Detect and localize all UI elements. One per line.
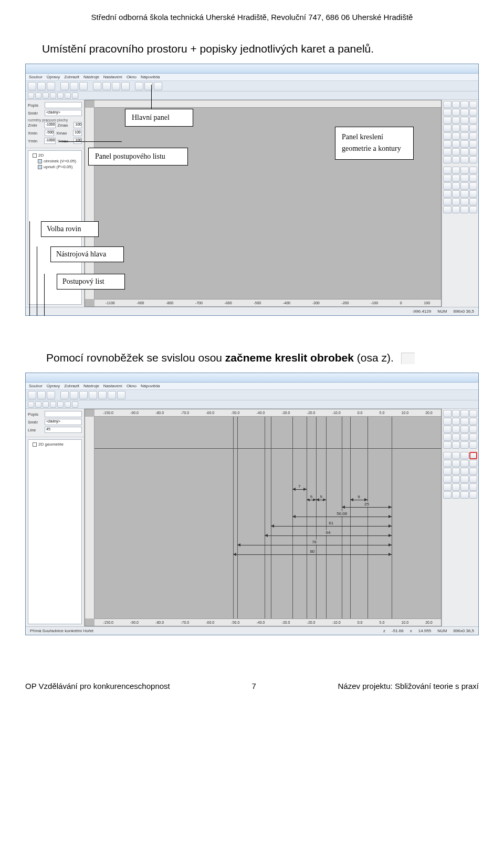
tree-panel[interactable]: 2D geometrie — [28, 439, 82, 624]
toolbar-button[interactable] — [50, 92, 56, 99]
toolbar-button[interactable] — [47, 82, 55, 90]
palette-button[interactable] — [452, 460, 460, 467]
toolbar-button[interactable] — [43, 401, 49, 408]
popis-input[interactable] — [45, 102, 82, 108]
palette-button[interactable] — [460, 101, 469, 108]
palette-button[interactable] — [469, 483, 478, 491]
palette-button[interactable] — [469, 441, 478, 449]
palette-button[interactable] — [443, 476, 452, 483]
palette-button[interactable] — [460, 198, 469, 205]
palette-button[interactable] — [443, 468, 452, 475]
palette-button[interactable] — [460, 167, 469, 174]
toolbar-button[interactable] — [79, 82, 88, 90]
palette-button[interactable] — [452, 206, 460, 213]
menu-item[interactable]: Okno — [127, 384, 136, 388]
palette-button[interactable] — [460, 206, 469, 213]
tree-node[interactable]: 2D geometrie — [38, 442, 64, 447]
toolbar-button[interactable] — [35, 401, 41, 408]
palette-button[interactable] — [460, 140, 469, 148]
toolbar-button[interactable] — [102, 82, 111, 90]
palette-button[interactable] — [452, 476, 460, 483]
palette-button[interactable] — [443, 167, 452, 174]
palette-button[interactable] — [469, 476, 478, 483]
tree-node[interactable]: 2D — [38, 153, 44, 158]
palette-button[interactable] — [460, 410, 469, 417]
palette-button[interactable] — [460, 483, 469, 491]
toolbar-button[interactable] — [37, 391, 46, 399]
toolbar-button[interactable] — [154, 82, 162, 90]
palette-button[interactable] — [443, 156, 452, 163]
toolbar-button[interactable] — [135, 82, 143, 90]
menu-item[interactable]: Nápověda — [141, 384, 160, 388]
palette-button[interactable] — [469, 148, 478, 156]
palette-button[interactable] — [469, 132, 478, 140]
palette-button[interactable] — [460, 434, 469, 441]
palette-button[interactable] — [460, 174, 469, 182]
menu-item[interactable]: Nástroje — [83, 75, 99, 79]
toolbar-button[interactable] — [79, 391, 88, 399]
palette-button[interactable] — [443, 140, 452, 148]
toolbar-button[interactable] — [57, 92, 64, 99]
palette-button[interactable] — [452, 101, 460, 108]
palette-button[interactable] — [469, 206, 478, 213]
palette-button[interactable] — [469, 125, 478, 132]
toolbar-button[interactable] — [70, 391, 78, 399]
palette-button[interactable] — [443, 483, 452, 491]
palette-button[interactable] — [469, 109, 478, 116]
palette-button[interactable] — [452, 410, 460, 417]
smer-select[interactable]: <žádný> — [45, 110, 82, 116]
palette-button[interactable] — [469, 156, 478, 163]
menu-item[interactable]: Soubor — [29, 384, 43, 388]
palette-button[interactable] — [452, 132, 460, 140]
ymin-input[interactable]: -1000 — [44, 138, 56, 144]
tree-expand-icon[interactable] — [33, 153, 37, 158]
menu-item[interactable]: Nastavení — [103, 384, 122, 388]
toolbar-button[interactable] — [108, 391, 116, 399]
toolbar-button[interactable] — [47, 391, 55, 399]
palette-button[interactable] — [452, 491, 460, 499]
palette-button[interactable] — [460, 476, 469, 483]
palette-button[interactable] — [443, 101, 452, 108]
palette-button[interactable] — [452, 452, 460, 459]
palette-button[interactable] — [443, 206, 452, 213]
palette-button[interactable] — [469, 198, 478, 205]
palette-button[interactable] — [452, 198, 460, 205]
toolbar-button[interactable] — [93, 82, 101, 90]
palette-button[interactable] — [452, 156, 460, 163]
palette-button[interactable] — [460, 426, 469, 433]
palette-button[interactable] — [460, 109, 469, 116]
palette-button[interactable] — [460, 418, 469, 425]
palette-button[interactable] — [443, 418, 452, 425]
palette-button[interactable] — [452, 190, 460, 198]
menu-item[interactable]: Okno — [127, 75, 136, 79]
palette-button[interactable] — [460, 452, 469, 459]
menu-item[interactable]: Nastavení — [103, 75, 122, 79]
palette-button[interactable] — [443, 190, 452, 198]
toolbar-button[interactable] — [89, 391, 97, 399]
palette-button[interactable] — [452, 167, 460, 174]
palette-button[interactable] — [469, 468, 478, 475]
palette-button[interactable] — [469, 418, 478, 425]
palette-button[interactable] — [443, 460, 452, 467]
toolbar-button[interactable] — [37, 82, 46, 90]
palette-button[interactable] — [469, 182, 478, 190]
palette-button[interactable] — [452, 148, 460, 156]
toolbar-button[interactable] — [60, 391, 69, 399]
palette-button[interactable] — [452, 174, 460, 182]
toolbar-button[interactable] — [65, 401, 71, 408]
toolbar-button[interactable] — [70, 82, 78, 90]
palette-button[interactable] — [469, 426, 478, 433]
menu-item[interactable]: Nápověda — [141, 75, 160, 79]
toolbar-button[interactable] — [43, 92, 49, 99]
toolbar-button[interactable] — [72, 401, 78, 408]
palette-button[interactable] — [452, 182, 460, 190]
palette-button[interactable] — [452, 125, 460, 132]
palette-button[interactable] — [460, 190, 469, 198]
menu-item[interactable]: Zobrazit — [64, 75, 79, 79]
palette-button[interactable] — [443, 491, 452, 499]
palette-button[interactable] — [443, 198, 452, 205]
smer-select[interactable]: <žádný> — [45, 419, 82, 425]
palette-button[interactable] — [460, 125, 469, 132]
xmax-input[interactable]: 100 — [73, 130, 82, 136]
palette-button[interactable] — [469, 174, 478, 182]
